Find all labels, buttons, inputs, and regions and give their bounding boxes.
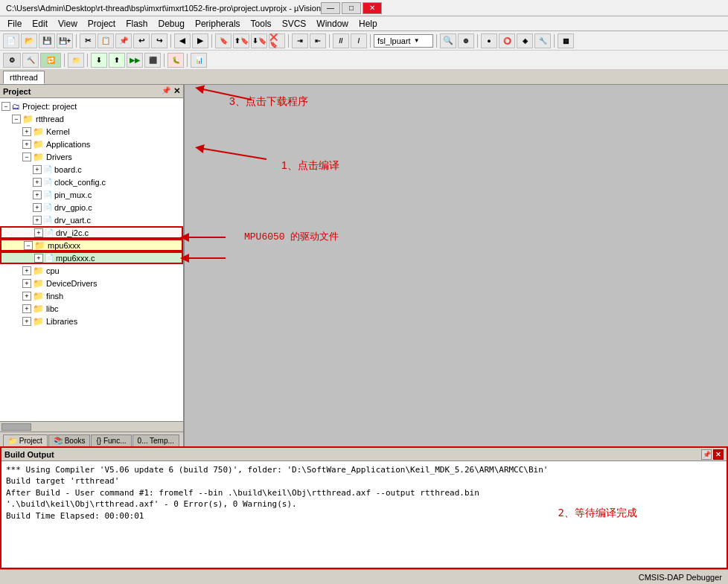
tree-pin-mux[interactable]: + 📄 pin_mux.c: [0, 188, 183, 201]
outdent-button[interactable]: ⇤: [310, 33, 326, 48]
expand-kernel-icon[interactable]: +: [22, 127, 31, 136]
debug-start-button[interactable]: 🐛: [167, 53, 184, 68]
comment-button[interactable]: //: [333, 33, 349, 48]
sep13: [187, 54, 188, 67]
expand-drvi2c-icon[interactable]: +: [34, 228, 43, 237]
prev-bookmark-button[interactable]: ⬆🔖: [233, 33, 249, 48]
btab-temp[interactable]: 0... Temp...: [132, 434, 179, 446]
find-button[interactable]: 🔍: [440, 33, 456, 48]
search-extra-button[interactable]: ⊕: [458, 33, 474, 48]
menu-svcs[interactable]: SVCS: [278, 18, 311, 30]
horizontal-scrollbar[interactable]: [0, 421, 183, 431]
clear-bookmarks-button[interactable]: ❌🔖: [269, 33, 285, 48]
expand-applications-icon[interactable]: +: [22, 140, 31, 149]
menu-tools[interactable]: Tools: [246, 18, 276, 30]
tree-drv-uart[interactable]: + 📄 drv_uart.c: [0, 214, 183, 226]
scroll-thumb[interactable]: [1, 423, 31, 431]
expand-libraries-icon[interactable]: +: [22, 317, 31, 326]
tab-rtthread[interactable]: rtthread: [3, 71, 45, 84]
tree-applications[interactable]: + 📁 Applications: [0, 138, 183, 150]
tree-clock-config[interactable]: + 📄 clock_config.c: [0, 176, 183, 188]
maximize-button[interactable]: □: [342, 2, 361, 14]
bookmark-button[interactable]: 🔖: [215, 33, 232, 48]
cut-button[interactable]: ✂: [80, 33, 96, 48]
menu-debug[interactable]: Debug: [154, 18, 189, 30]
expand-pinmux-icon[interactable]: +: [33, 190, 42, 199]
download-btn2[interactable]: ⬆: [109, 53, 125, 68]
menu-flash[interactable]: Flash: [121, 18, 152, 30]
tree-root[interactable]: − 🗂 Project: project: [0, 100, 183, 112]
download-button[interactable]: ⬇: [91, 53, 107, 68]
menu-help[interactable]: Help: [354, 18, 382, 30]
save-button[interactable]: 💾: [39, 33, 55, 48]
next-bookmark-button[interactable]: ⬇🔖: [251, 33, 267, 48]
btab-books[interactable]: 📚 Books: [48, 434, 91, 446]
expand-drvgpio-icon[interactable]: +: [33, 203, 42, 212]
menu-peripherals[interactable]: Peripherals: [191, 18, 245, 30]
tree-drivers[interactable]: − 📁 Drivers: [0, 150, 183, 163]
build-close-icon[interactable]: ✕: [713, 449, 724, 460]
save-all-button[interactable]: 💾+: [57, 33, 73, 48]
download-btn3[interactable]: ▶▶: [127, 53, 143, 68]
menu-project[interactable]: Project: [83, 18, 120, 30]
uncomment-button[interactable]: /: [351, 33, 367, 48]
build-btn2[interactable]: 🔨: [22, 53, 39, 68]
extra-btn4[interactable]: 🔧: [534, 33, 551, 48]
tree-libraries[interactable]: + 📁 Libraries: [0, 315, 183, 327]
tree-rtthread[interactable]: − 📁 rtthread: [0, 112, 183, 125]
close-button[interactable]: ✕: [363, 2, 382, 14]
new-button[interactable]: 📄: [3, 33, 19, 48]
extra-tb-btn[interactable]: 📊: [191, 53, 207, 68]
tree-libc[interactable]: + 📁 libc: [0, 302, 183, 315]
build-pin-icon[interactable]: 📌: [701, 449, 712, 460]
btab-project[interactable]: 📁 Project: [3, 434, 48, 446]
expand-mpu6xxx-icon[interactable]: −: [24, 241, 33, 250]
expand-clock-icon[interactable]: +: [33, 178, 42, 187]
redo-button[interactable]: ↪: [151, 33, 167, 48]
copy-button[interactable]: 📋: [98, 33, 114, 48]
pin-icon[interactable]: 📌: [162, 86, 170, 96]
tree-mpu6xxx-c[interactable]: + 📄 mpu6xxx.c: [0, 251, 183, 264]
extra-btn5[interactable]: ▦: [558, 33, 574, 48]
menu-window[interactable]: Window: [312, 18, 353, 30]
open-button[interactable]: 📂: [21, 33, 37, 48]
tree-mpu6xxx-folder[interactable]: − 📁 mpu6xxx: [0, 239, 183, 251]
sep1: [76, 34, 77, 48]
download-btn4[interactable]: ⬛: [144, 53, 161, 68]
extra-btn3[interactable]: ◈: [517, 33, 533, 48]
tree-cpu[interactable]: + 📁 cpu: [0, 264, 183, 277]
extra-btn1[interactable]: ●: [481, 33, 497, 48]
menu-edit[interactable]: Edit: [28, 18, 52, 30]
menu-view[interactable]: View: [54, 18, 82, 30]
expand-root-icon[interactable]: −: [1, 102, 10, 111]
tree-kernel[interactable]: + 📁 Kernel: [0, 125, 183, 138]
expand-finsh-icon[interactable]: +: [22, 292, 31, 301]
paste-button[interactable]: 📌: [115, 33, 132, 48]
menu-file[interactable]: File: [3, 18, 26, 30]
expand-libc-icon[interactable]: +: [22, 304, 31, 313]
tree-board[interactable]: + 📄 board.c: [0, 163, 183, 176]
tree-devicedrivers[interactable]: + 📁 DeviceDrivers: [0, 277, 183, 289]
btab-func[interactable]: {} Func...: [91, 434, 131, 446]
expand-cpu-icon[interactable]: +: [22, 266, 31, 275]
extra-btn2[interactable]: ⭕: [499, 33, 515, 48]
expand-board-icon[interactable]: +: [33, 165, 42, 174]
expand-dd-icon[interactable]: +: [22, 279, 31, 288]
tree-drv-gpio[interactable]: + 📄 drv_gpio.c: [0, 201, 183, 214]
undo-button[interactable]: ↩: [133, 33, 150, 48]
nav-fwd-button[interactable]: ▶: [192, 33, 208, 48]
tree-drv-i2c[interactable]: + 📄 drv_i2c.c: [0, 226, 183, 239]
minimize-button[interactable]: —: [321, 2, 340, 14]
expand-drvuart-icon[interactable]: +: [33, 216, 42, 225]
nav-back-button[interactable]: ◀: [174, 33, 191, 48]
expand-drivers-icon[interactable]: −: [22, 153, 31, 161]
rebuild-button[interactable]: 🔁: [40, 53, 61, 68]
target-dropdown[interactable]: fsl_lpuart ▼: [374, 34, 433, 48]
indent-button[interactable]: ⇥: [292, 33, 308, 48]
panel-close-icon[interactable]: ✕: [173, 86, 180, 96]
compile-button[interactable]: ⚙: [3, 53, 21, 68]
expand-mpu6xxxc-icon[interactable]: +: [34, 254, 43, 263]
open-btn2[interactable]: 📁: [68, 53, 84, 68]
tree-finsh[interactable]: + 📁 finsh: [0, 289, 183, 302]
expand-rtthread-icon[interactable]: −: [12, 115, 21, 123]
